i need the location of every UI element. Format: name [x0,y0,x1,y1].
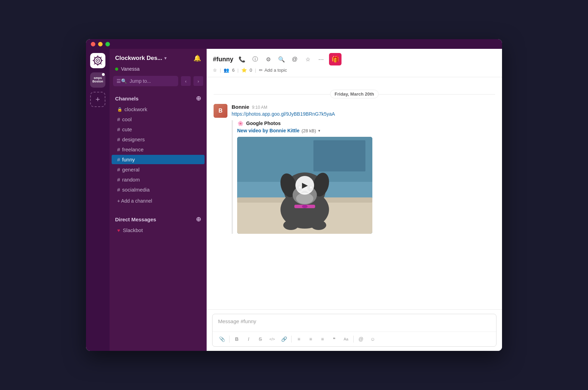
title-bar [86,39,502,49]
close-button[interactable] [91,42,95,46]
main-content: #funny 📞 ⓘ ⚙ 🔍 @ ☆ ⋯ 🎁 ☆ [207,49,502,351]
app-window: smpsBoston + Clockwork Des... ▾ 🔔 Vaness… [86,39,502,351]
add-channel-button[interactable]: + Add a channel [112,195,205,206]
dm-label: Direct Messages [115,216,156,222]
star-meta-icon: ☆ [213,68,217,73]
ordered-list-button[interactable]: ≡ [294,334,304,344]
attachment-source: Google Photos [246,121,281,126]
channel-item-cool[interactable]: # cool [112,115,205,124]
mention-button[interactable]: @ [356,334,366,344]
font-size-button[interactable]: Aa [341,334,351,344]
toolbar-separator-3 [353,336,354,343]
more-icon[interactable]: ⋯ [316,54,326,64]
app-body: smpsBoston + Clockwork Des... ▾ 🔔 Vaness… [86,49,502,351]
message-link[interactable]: https://photos.app.goo.gl/9JyBB19BRnG7k5… [232,111,495,117]
file-size: (28 kB) [302,128,316,133]
hash-icon: # [117,187,120,193]
channel-item-socialmedia[interactable]: # socialmedia [112,185,205,194]
message-time: 9:10 AM [252,105,267,110]
workspace-name[interactable]: Clockwork Des... ▾ [115,55,166,62]
add-workspace-button[interactable]: + [90,92,105,107]
unordered-list-button[interactable]: ≡ [305,334,316,344]
channel-item-clockwork[interactable]: 🔒 clockwork [112,105,205,114]
message-input[interactable]: Message #funny [213,314,496,331]
svg-point-31 [311,220,326,230]
maximize-button[interactable] [105,42,110,46]
hash-icon: # [117,116,120,122]
hash-icon: # [117,126,120,132]
hash-icon: # [117,136,120,142]
bold-button[interactable]: B [232,334,242,344]
stars-icon: ⭐ [241,68,247,73]
minimize-button[interactable] [98,42,103,46]
channels-section-header: Channels ⊕ [110,90,207,104]
channel-item-cute[interactable]: # cute [112,125,205,134]
attachment-card: 🌸 Google Photos New video by Bonnie Kitt… [232,120,495,234]
italic-button[interactable]: I [243,334,254,344]
date-label: Friday, March 20th [330,90,379,98]
search-icon[interactable]: 🔍 [276,54,287,64]
hash-icon: # [117,167,120,172]
sidebar: Clockwork Des... ▾ 🔔 Vanessa ☰🔍 Jump to.… [110,49,207,351]
toolbar-separator-2 [291,336,292,343]
google-photos-icon: 🌸 [237,120,243,126]
add-topic-button[interactable]: ✏ Add a topic [259,68,287,73]
dm-item-slackbot[interactable]: ♥ Slackbot [112,225,205,235]
settings-icon[interactable]: ⚙ [263,54,274,64]
smps-notification-dot [102,73,105,76]
workspace-icon-smps[interactable]: smpsBoston [90,72,105,88]
quote-button[interactable]: ❝ [329,334,339,344]
heart-icon: ♥ [117,228,120,233]
workspace-chevron-icon: ▾ [164,56,166,61]
play-button[interactable]: ▶ [295,176,314,195]
add-dm-icon[interactable]: ⊕ [196,215,201,223]
channel-item-funny[interactable]: # funny [112,155,205,164]
attachment-title-link[interactable]: New video by Bonnie Kittle [237,128,300,133]
strikethrough-button[interactable]: S [255,334,266,344]
message-input-area: Message #funny 📎 B I S </> 🔗 ≡ ≡ ≡ ❝ [207,309,502,351]
lock-icon: 🔒 [117,107,122,112]
attachment-button[interactable]: 📎 [217,334,227,344]
indent-button[interactable]: ≡ [317,334,328,344]
link-button[interactable]: 🔗 [279,334,289,344]
bell-icon[interactable]: 🔔 [193,54,201,62]
video-thumbnail[interactable]: ▶ [237,137,372,234]
attachment-header: 🌸 Google Photos [237,120,495,126]
jump-to-search[interactable]: ☰🔍 Jump to... [113,76,178,86]
gift-icon[interactable]: 🎁 [329,53,341,65]
channel-item-freelance[interactable]: # freelance [112,145,205,154]
icon-bar: smpsBoston + [86,49,110,351]
svg-point-3 [97,60,98,61]
author-name: Bonnie [232,104,249,110]
workspace-icon-clockwork[interactable] [90,53,105,68]
search-row: ☰🔍 Jump to... ‹ › [110,76,207,90]
phone-icon[interactable]: 📞 [237,54,247,64]
channel-item-random[interactable]: # random [112,175,205,184]
hash-icon: # [117,177,120,183]
dropdown-arrow-icon[interactable]: ▾ [318,128,320,133]
online-status-dot [115,68,118,71]
channel-header: #funny 📞 ⓘ ⚙ 🔍 @ ☆ ⋯ 🎁 ☆ [207,49,502,77]
nav-forward-button[interactable]: › [193,76,203,86]
attachment-subtitle: New video by Bonnie Kittle (28 kB) ▾ [237,128,495,133]
svg-point-30 [283,220,299,230]
channel-title: #funny [213,56,233,63]
smps-label: smpsBoston [93,77,103,83]
avatar: B [214,104,227,118]
hash-icon: # [117,147,120,152]
channels-label: Channels [115,96,139,101]
channel-item-designers[interactable]: # designers [112,135,205,144]
messages-area: Friday, March 20th B Bonnie 9:10 AM http… [207,77,502,309]
star-icon[interactable]: ☆ [303,54,313,64]
search-icon: ☰🔍 [116,78,127,84]
code-button[interactable]: </> [267,334,277,344]
at-icon[interactable]: @ [289,54,300,64]
info-icon[interactable]: ⓘ [250,54,260,64]
toolbar-separator [229,336,230,343]
nav-back-button[interactable]: ‹ [181,76,191,86]
emoji-button[interactable]: ☺ [368,334,378,344]
add-channel-icon[interactable]: ⊕ [196,95,201,102]
pencil-icon: ✏ [259,68,263,73]
channel-item-general[interactable]: # general [112,165,205,174]
svg-point-29 [302,205,308,208]
